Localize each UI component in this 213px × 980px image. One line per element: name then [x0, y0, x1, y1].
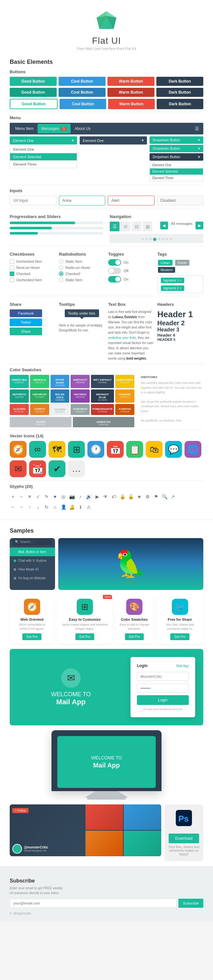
- tags-input[interactable]: tagname 1 × tagname 2 ×: [157, 275, 203, 293]
- dropdown-btn-2[interactable]: Element One ▾: [79, 137, 147, 145]
- checkbox-4[interactable]: [10, 278, 14, 282]
- tag-input-1[interactable]: tagname 1 ×: [161, 278, 184, 283]
- app-nav-item-4[interactable]: I'm bug on Website: [10, 574, 55, 582]
- ps-download-btn[interactable]: Download: [168, 834, 199, 843]
- login-password-input[interactable]: [137, 684, 189, 693]
- menu-bar: Menu Item Messages 5 About Us ☰: [10, 123, 203, 134]
- right-dropdown-item-3[interactable]: Element Three: [150, 175, 203, 181]
- login-username-input[interactable]: [137, 672, 189, 681]
- nav-icon-list[interactable]: ☰: [110, 221, 119, 231]
- nav-dot-7[interactable]: [165, 238, 168, 240]
- dark-button-3[interactable]: Dark Button: [157, 99, 203, 109]
- dropdown-btn-1[interactable]: Element One ▾: [10, 137, 77, 145]
- facebook-btn[interactable]: Facebook: [10, 309, 42, 317]
- nav-next-btn[interactable]: ▶: [196, 221, 203, 229]
- feature-btn-share[interactable]: Get Pro: [170, 633, 189, 640]
- nav-dot-1[interactable]: [141, 238, 144, 240]
- toggle-2[interactable]: [108, 267, 121, 274]
- nav-icon-table[interactable]: ▤: [132, 221, 141, 231]
- social-thumb-1: [86, 804, 123, 830]
- checkbox-item-1[interactable]: Unchecked Item: [10, 259, 56, 264]
- warm-button-2[interactable]: Warm Button: [108, 88, 154, 97]
- checkbox-2[interactable]: [10, 265, 14, 270]
- good-button-ghost[interactable]: Good Button: [10, 99, 57, 109]
- menu-hamburger-icon[interactable]: ☰: [192, 126, 202, 131]
- radio-item-4[interactable]: Static Item: [59, 278, 105, 282]
- toggle-3[interactable]: [108, 276, 121, 283]
- nav-icon-grid[interactable]: ⊞: [121, 221, 130, 231]
- right-dropdown-item-selected[interactable]: Element Selected: [150, 169, 203, 175]
- cool-button-2[interactable]: Cool Button: [59, 88, 105, 97]
- url-input[interactable]: [10, 196, 56, 205]
- feature-btn-web[interactable]: Get Pro: [22, 633, 41, 640]
- radio-item-2[interactable]: Radio-on Hover: [59, 265, 105, 270]
- twitter-btn[interactable]: Twitter: [10, 318, 42, 326]
- toggle-thumb-3: [115, 277, 121, 282]
- glyph-flag: ⚑: [153, 494, 159, 499]
- dropdown-btn-sm-2[interactable]: Dropdown Button ▾: [149, 145, 203, 152]
- checkbox-item-3[interactable]: ✓ Checked: [10, 272, 56, 276]
- checkbox-1[interactable]: [10, 259, 14, 264]
- menu-item-messages[interactable]: Messages 5: [38, 124, 71, 134]
- radio-4[interactable]: [59, 278, 64, 282]
- glyph-camera: 📷: [68, 494, 75, 499]
- cool-button-3[interactable]: Cool Button: [60, 99, 106, 109]
- search-icon: 🔍: [15, 540, 19, 544]
- tag-modern[interactable]: Modern: [158, 267, 175, 273]
- tag-clean[interactable]: Clean: [158, 260, 173, 266]
- login-submit-btn[interactable]: Login: [137, 695, 189, 705]
- active-input[interactable]: [59, 196, 105, 205]
- social-avatar: [12, 844, 22, 854]
- checkbox-3[interactable]: ✓: [10, 272, 14, 276]
- social-follow-btn[interactable]: + Follow: [12, 808, 29, 813]
- app-nav-item-2[interactable]: Chat with V. Kudrov: [10, 556, 55, 565]
- feature-btn-colors[interactable]: Get Pro: [125, 633, 144, 640]
- radio-1[interactable]: [59, 259, 64, 264]
- app-nav-item-1[interactable]: Mail, Button or Item: [10, 547, 55, 556]
- dropdown-list-item-3[interactable]: Element Three: [10, 161, 77, 168]
- menu-item-about[interactable]: About Us: [71, 124, 94, 134]
- dark-button-2[interactable]: Dark Button: [156, 88, 203, 97]
- subsection-tags: Tags: [157, 252, 203, 256]
- warm-button-3[interactable]: Warm Button: [108, 99, 155, 109]
- nav-dot-8[interactable]: [169, 238, 172, 240]
- good-button-2[interactable]: Good Button: [10, 88, 57, 97]
- toggle-1[interactable]: [108, 259, 121, 266]
- cool-button-1[interactable]: Cool Button: [59, 77, 105, 86]
- glyph-edit: ✎: [43, 494, 50, 499]
- progress-fill-2: [10, 227, 52, 229]
- dropdown-list-item-selected[interactable]: Element Selected: [10, 153, 77, 161]
- radio-2[interactable]: [59, 265, 64, 270]
- nav-icon-tiles[interactable]: ▦: [143, 221, 153, 231]
- app-search-bar[interactable]: 🔍 Search...: [12, 538, 52, 546]
- radio-item-3[interactable]: Checked!: [59, 272, 105, 276]
- good-button-1[interactable]: Good Button: [10, 77, 57, 86]
- feature-btn-customize[interactable]: Get Pro: [75, 633, 94, 640]
- warm-button-1[interactable]: Warm Button: [108, 77, 154, 86]
- dropdown-btn-sm-1[interactable]: Dropdown Button ▾: [149, 137, 203, 144]
- login-forgot-link[interactable]: Or use your facebook account: [137, 708, 189, 711]
- nav-dot-4[interactable]: [153, 238, 156, 241]
- radio-3[interactable]: [59, 272, 64, 276]
- nav-prev-btn[interactable]: ◀: [160, 221, 168, 229]
- menu-item-menu[interactable]: Menu Item: [11, 124, 38, 134]
- right-dropdown-item-1[interactable]: Element One: [150, 162, 203, 169]
- tag-fresh[interactable]: Fresh: [175, 260, 189, 266]
- subscribe-email-input[interactable]: [10, 899, 176, 908]
- checkbox-item-4[interactable]: Unchecked Item: [10, 278, 56, 282]
- dropdown-btn-sm-3[interactable]: Dropdown Button ▾: [149, 153, 203, 161]
- nav-dot-6[interactable]: [162, 238, 164, 240]
- designmodo-link[interactable]: © designmodo: [10, 912, 203, 915]
- tag-input-2[interactable]: tagname 2 ×: [161, 285, 184, 291]
- dropdown-list-item[interactable]: Element One: [10, 146, 77, 153]
- nav-dot-5[interactable]: [157, 238, 160, 240]
- checkbox-item-2[interactable]: Semi-on Hover: [10, 265, 56, 270]
- share-btn[interactable]: Share: [10, 328, 42, 335]
- nav-dot-2[interactable]: [145, 238, 148, 240]
- error-input[interactable]: [108, 196, 154, 205]
- subscribe-btn[interactable]: Subscribe: [178, 899, 203, 908]
- radio-item-1[interactable]: Static Item: [59, 259, 105, 264]
- nav-dot-3[interactable]: [149, 238, 152, 240]
- app-nav-item-3[interactable]: View Mode 43: [10, 565, 55, 574]
- dark-button-1[interactable]: Dark Button: [156, 77, 203, 86]
